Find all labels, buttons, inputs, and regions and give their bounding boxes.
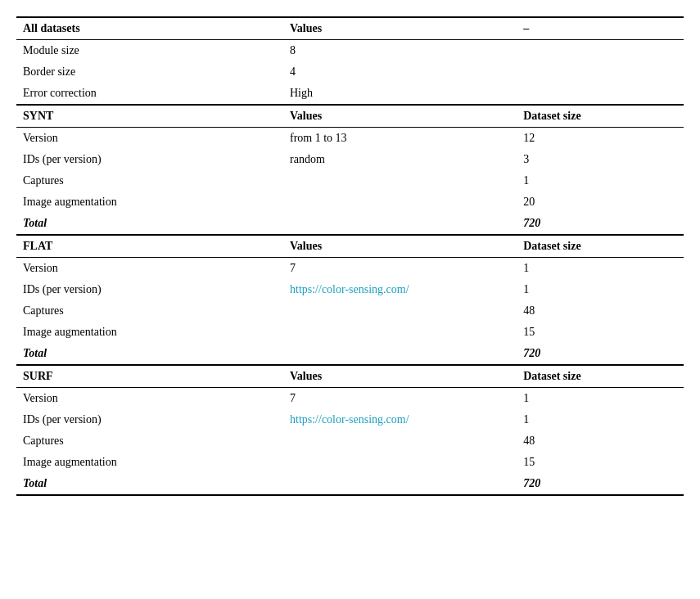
row-dataset-size: 1 [517,388,684,410]
row-label: Total [16,473,283,495]
row-value: https://color-sensing.com/ [283,279,517,300]
row-dataset-size: 12 [517,128,684,150]
section-header-synt: SYNTValuesDataset size [16,105,684,128]
row-dataset-size: 1 [517,170,684,191]
row-label: IDs (per version) [16,409,283,430]
row-value [283,191,517,213]
row-value: High [283,83,517,105]
row-dataset-size: 48 [517,430,684,452]
row-label: Version [16,388,283,410]
row-dataset-size: 15 [517,322,684,343]
row-link[interactable]: https://color-sensing.com/ [290,283,409,295]
section-header-col1: FLAT [16,235,283,258]
all-datasets-header-col2: Values [283,17,517,40]
row-dataset-size: 1 [517,258,684,280]
row-value: random [283,149,517,170]
table-row: Version71 [16,388,684,410]
row-label: Version [16,258,283,280]
section-header-flat: FLATValuesDataset size [16,235,684,258]
data-table: All datasetsValues–Module size8Border si… [16,16,684,496]
section-header-col3: Dataset size [517,235,684,258]
table-row: Version71 [16,258,684,280]
table-row: IDs (per version)https://color-sensing.c… [16,279,684,300]
row-label: Image augmentation [16,322,283,343]
row-value [283,473,517,495]
row-label: Error correction [16,83,283,105]
row-value: 7 [283,388,517,410]
table-row: Image augmentation15 [16,452,684,473]
table-row: Image augmentation20 [16,191,684,213]
row-label: IDs (per version) [16,149,283,170]
row-value: from 1 to 13 [283,128,517,150]
table-row: Border size4 [16,61,684,83]
row-label: Captures [16,170,283,191]
section-header-surf: SURFValuesDataset size [16,365,684,388]
table-row: IDs (per version)random3 [16,149,684,170]
row-link[interactable]: https://color-sensing.com/ [290,413,409,426]
row-value [283,213,517,235]
row-value [283,343,517,365]
row-dataset-size: 720 [517,473,684,495]
row-value [283,170,517,191]
section-header-col1: SYNT [16,105,283,128]
table-row: Captures48 [16,430,684,452]
row-label: Image augmentation [16,452,283,473]
table-container: All datasetsValues–Module size8Border si… [16,16,684,496]
table-row: IDs (per version)https://color-sensing.c… [16,409,684,430]
row-label: Captures [16,430,283,452]
all-datasets-header-row: All datasetsValues– [16,17,684,40]
table-row: Versionfrom 1 to 1312 [16,128,684,150]
row-dataset-size [517,61,684,83]
row-dataset-size: 3 [517,149,684,170]
row-dataset-size: 1 [517,409,684,430]
row-value [283,322,517,343]
section-header-col2: Values [283,105,517,128]
table-row: Captures48 [16,300,684,322]
row-label: Captures [16,300,283,322]
row-dataset-size: 720 [517,213,684,235]
all-datasets-header-col1: All datasets [16,17,283,40]
table-row: Error correctionHigh [16,83,684,105]
table-row: Captures1 [16,170,684,191]
row-dataset-size: 1 [517,279,684,300]
row-dataset-size: 720 [517,343,684,365]
row-value [283,452,517,473]
row-label: Total [16,343,283,365]
row-value [283,300,517,322]
section-header-col3: Dataset size [517,105,684,128]
row-label: IDs (per version) [16,279,283,300]
section-header-col2: Values [283,235,517,258]
row-label: Border size [16,61,283,83]
section-header-col1: SURF [16,365,283,388]
table-row: Total720 [16,343,684,365]
row-dataset-size: 20 [517,191,684,213]
row-label: Module size [16,40,283,62]
row-value: https://color-sensing.com/ [283,409,517,430]
row-dataset-size: 48 [517,300,684,322]
section-header-col2: Values [283,365,517,388]
table-row: Image augmentation15 [16,322,684,343]
row-value: 4 [283,61,517,83]
row-dataset-size: 15 [517,452,684,473]
row-label: Total [16,213,283,235]
table-row: Total720 [16,473,684,495]
row-label: Version [16,128,283,150]
section-header-col3: Dataset size [517,365,684,388]
table-row: Total720 [16,213,684,235]
row-dataset-size [517,83,684,105]
row-value: 7 [283,258,517,280]
row-dataset-size [517,40,684,62]
table-row: Module size8 [16,40,684,62]
row-value [283,430,517,452]
row-label: Image augmentation [16,191,283,213]
row-value: 8 [283,40,517,62]
all-datasets-header-col3: – [517,17,684,40]
